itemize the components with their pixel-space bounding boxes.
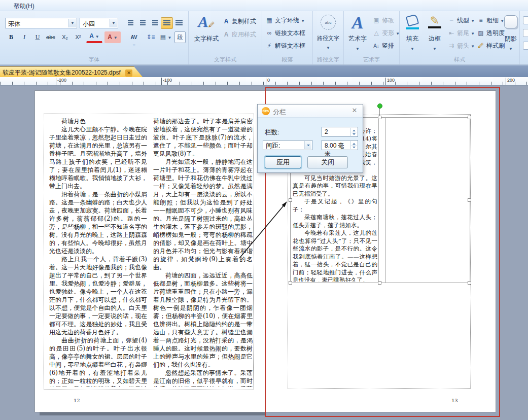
line-spacing-button[interactable]: ⇕≡ (144, 31, 157, 43)
group-clipped (520, 11, 528, 64)
menu-help[interactable]: 帮助(H) (10, 1, 38, 12)
font-size-combo[interactable]: 小四 ▼ (80, 18, 118, 28)
unlink-textbox-button[interactable]: ⚡解链文本框 (265, 42, 305, 53)
path-text-button[interactable]: abc 路径文字 ▼ (313, 13, 343, 52)
wordart-vertical-button[interactable]: A↓竖排 (372, 42, 394, 53)
chevron-down-icon[interactable]: ▼ (356, 47, 360, 51)
border-button[interactable]: ✎ 边框 ▼ (424, 13, 445, 52)
line-type-button[interactable]: ┄线型 ▼ (447, 16, 475, 27)
align-distribute-button[interactable] (173, 17, 185, 29)
underline-button[interactable]: U (31, 31, 44, 43)
text-wrap-button[interactable]: ▦文字环绕 ▼ (265, 16, 305, 27)
rotation-handle[interactable] (377, 103, 382, 109)
clipped-icon[interactable] (523, 42, 528, 50)
align-left-button[interactable] (124, 17, 136, 29)
chevron-down-icon[interactable]: ▼ (68, 19, 76, 27)
transparency-icon: ▨ (477, 29, 485, 37)
chevron-down-icon[interactable]: ▼ (509, 47, 513, 51)
clipped-icon[interactable] (523, 29, 528, 37)
group-label-path-text: 路径文字 (313, 56, 343, 63)
tab-close-icon[interactable]: ✕ (125, 69, 132, 77)
chevron-down-icon[interactable]: ▼ (326, 46, 330, 50)
superscript-button[interactable]: X² (72, 31, 84, 43)
arrow-tail-icon: ⇤ (447, 29, 455, 37)
italic-button[interactable]: I (18, 31, 30, 43)
font-color-button[interactable]: A ▼ (86, 31, 102, 43)
selection-handle-bottom-left[interactable] (289, 281, 292, 285)
paragraph: 忽然想起采莲的事情来了。采莲是江南的旧俗，似乎很早就有，而时为盛；从诗歌里可以约… (153, 369, 253, 387)
char-spacing-button[interactable]: AV↔ (125, 31, 143, 43)
align-right-button[interactable] (149, 17, 161, 29)
spinner[interactable] (350, 128, 357, 136)
fill-button[interactable]: 填充 ▼ (402, 13, 423, 52)
spinner[interactable] (350, 141, 357, 149)
columns-button[interactable]: ▤ ▼ (158, 31, 173, 43)
highlight-color-button[interactable]: A ▼ (104, 31, 121, 43)
align-center-button[interactable] (136, 17, 149, 29)
chevron-down-icon[interactable]: ▼ (433, 47, 437, 51)
left-page-number: 12 (74, 398, 80, 403)
transparency-button[interactable]: ▨透明度 (477, 29, 505, 40)
paragraph: 路上只我一个人，背着手踱(3)着。这一片天地好像是我的；我也像超出了平常的自己，… (49, 255, 147, 336)
font-name-combo[interactable]: 宋体 ▼ (5, 18, 77, 28)
strikethrough-button[interactable]: abc (45, 31, 57, 43)
modify-icon: ▣ (372, 17, 380, 24)
path-text-icon: abc (313, 13, 343, 33)
subscript-button[interactable]: X₂ (59, 31, 71, 43)
line-weight-button[interactable]: ≡粗细 ▼ (477, 16, 504, 27)
paragraph-settings-button[interactable]: 段 (174, 31, 186, 43)
font-color-icon: A (89, 32, 93, 40)
spinner-down-icon[interactable] (351, 146, 357, 150)
paragraph: 荷塘的四面，远远近近，高高低低都是树，而杨柳最多。这些树将一片荷塘重重围住；只在… (153, 271, 253, 369)
group-paragraph: ▦文字环绕 ▼ ∞链接文本框 ⚡解链文本框 段落 (262, 11, 313, 64)
gap-value: 8.00 毫米 (325, 142, 344, 158)
shadow-button[interactable]: 阴影 ▼ (502, 13, 519, 52)
dialog-close-icon[interactable]: ✕ (350, 107, 359, 115)
group-label-style: 样式 (400, 56, 519, 63)
clipped-icon[interactable] (523, 16, 528, 24)
line-spacing-icon: ⇕≡ (146, 33, 155, 41)
selection-handle-mid-left[interactable] (289, 198, 292, 202)
wordart-modify-button[interactable]: ▣修改 (372, 16, 394, 27)
close-button[interactable]: 关闭 (307, 156, 348, 168)
link-textbox-button[interactable]: ∞链接文本框 (265, 29, 305, 40)
arrow-tail-button[interactable]: ⇤箭尾 ▼ (447, 29, 475, 40)
bold-button[interactable]: B (5, 31, 17, 43)
chevron-down-icon[interactable]: ▼ (95, 34, 99, 39)
spinner-down-icon[interactable] (351, 132, 357, 136)
text-wrap-icon: ▦ (265, 17, 273, 24)
chevron-down-icon[interactable]: ▼ (114, 36, 118, 40)
gap-type-select[interactable]: 间距: (263, 140, 312, 150)
spinner-up-icon[interactable] (351, 128, 357, 132)
chevron-down-icon[interactable]: ▼ (301, 19, 305, 23)
dialog-title-bar[interactable]: DPS 分栏 ✕ (258, 104, 363, 118)
copy-style-button[interactable]: A复制样式 (222, 17, 256, 28)
style-brush-button[interactable]: 🖉样式刷 (477, 42, 505, 53)
left-page-column-1[interactable]: 荷塘月色 这几天心里颇不宁静。今晚在院子里坐着乘凉，忽然想起日日走过的荷塘，在这… (49, 117, 147, 387)
columns-count-label: 栏数: (265, 128, 279, 137)
gap-value-input[interactable]: 8.00 毫米 (322, 140, 358, 150)
wordart-transform-button[interactable]: △变形 ▼ (372, 29, 400, 40)
text-style-button[interactable]: A🖉 文字样式 (192, 13, 221, 52)
arrow-head-button[interactable]: ⇉箭头 ▼ (447, 42, 475, 53)
border-color-swatch (428, 26, 441, 28)
left-page-column-2[interactable]: 荷塘的那边去了。叶子本是肩并肩密密地挨着，这便宛然有了一道凝碧的波痕。叶子底下是… (153, 117, 253, 387)
pencil-icon: ✎ (424, 13, 445, 33)
chevron-down-icon[interactable] (304, 141, 311, 149)
selection-handle-top-center[interactable] (378, 116, 381, 119)
selection-handle-bottom-center[interactable] (378, 281, 381, 285)
spinner-up-icon[interactable] (351, 141, 357, 146)
selection-handle-top-right[interactable] (468, 116, 471, 119)
align-justify-button[interactable] (161, 17, 173, 29)
columns-count-input[interactable]: 2 (322, 127, 358, 137)
group-text-style: A🖉 文字样式 A复制样式 A应用样式 文字样式 (189, 11, 262, 64)
selection-handle-mid-right[interactable] (468, 198, 471, 202)
apply-button[interactable]: 应用 (265, 156, 301, 168)
wordart-button[interactable]: A 艺术字 ▼ (345, 13, 370, 52)
apply-style-button[interactable]: A应用样式 (222, 30, 256, 42)
selection-handle-bottom-right[interactable] (468, 281, 471, 285)
chevron-down-icon[interactable]: ▼ (167, 36, 171, 40)
chevron-down-icon[interactable]: ▼ (410, 47, 414, 51)
chevron-down-icon[interactable]: ▼ (110, 19, 117, 27)
document-tab[interactable]: 软皮平装-游记随笔散文集200522-1025.dpsf ✕ (0, 66, 143, 78)
